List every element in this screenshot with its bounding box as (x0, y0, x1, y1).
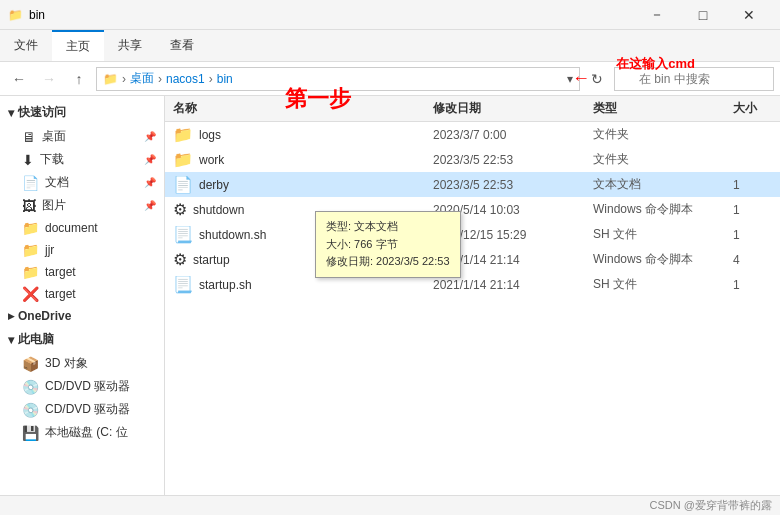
watermark-text: CSDN @爱穿背带裤的露 (650, 498, 772, 513)
table-row[interactable]: 📁 logs 2023/3/7 0:00 文件夹 (165, 122, 780, 147)
table-row[interactable]: 📁 work 2023/3/5 22:53 文件夹 (165, 147, 780, 172)
bat-file-icon: ⚙ (173, 200, 187, 219)
sidebar-item-cdrom1[interactable]: 💿 CD/DVD 驱动器 (0, 375, 164, 398)
up-button[interactable]: ↑ (66, 66, 92, 92)
column-size[interactable]: 大小 (733, 100, 772, 117)
pin-icon: 📌 (144, 154, 156, 165)
file-tooltip: 类型: 文本文档 大小: 766 字节 修改日期: 2023/3/5 22:53 (315, 211, 461, 278)
sidebar-item-label: target (45, 287, 76, 301)
sidebar-item-downloads[interactable]: ⬇ 下载 📌 (0, 148, 164, 171)
sidebar-item-3d-objects[interactable]: 📦 3D 对象 (0, 352, 164, 375)
column-name[interactable]: 名称 (173, 100, 433, 117)
close-button[interactable]: ✕ (726, 0, 772, 30)
file-type: Windows 命令脚本 (593, 201, 733, 218)
folder-icon: 📁 (22, 220, 39, 236)
nav-bar: ← → ↑ 📁 › 桌面 › nacos1 › bin ▾ ↻ 🔍 (0, 62, 780, 96)
tooltip-size: 大小: 766 字节 (326, 236, 450, 254)
file-type: Windows 命令脚本 (593, 251, 733, 268)
cdrom-icon: 💿 (22, 379, 39, 395)
sidebar-item-pictures[interactable]: 🖼 图片 📌 (0, 194, 164, 217)
file-size: 1 (733, 278, 772, 292)
sidebar-item-target2[interactable]: ❌ target (0, 283, 164, 305)
sidebar-item-label: 桌面 (42, 128, 66, 145)
pictures-icon: 🖼 (22, 198, 36, 214)
table-row[interactable]: 📃 shutdown.sh 2010/12/15 15:29 SH 文件 1 (165, 222, 780, 247)
title-bar: 📁 bin － □ ✕ (0, 0, 780, 30)
file-size: 1 (733, 203, 772, 217)
back-button[interactable]: ← (6, 66, 32, 92)
column-date[interactable]: 修改日期 (433, 100, 593, 117)
file-date: 2023/3/5 22:53 (433, 178, 593, 192)
sidebar-section-this-pc[interactable]: ▾ 此电脑 (0, 327, 164, 352)
desktop-icon: 🖥 (22, 129, 36, 145)
sidebar-item-target1[interactable]: 📁 target (0, 261, 164, 283)
sidebar-item-document[interactable]: 📁 document (0, 217, 164, 239)
sidebar-section-quick-access[interactable]: ▾ 快速访问 (0, 100, 164, 125)
sidebar: ▾ 快速访问 🖥 桌面 📌 ⬇ 下载 📌 📄 文档 📌 🖼 图片 � (0, 96, 165, 495)
documents-icon: 📄 (22, 175, 39, 191)
file-name: logs (199, 128, 221, 142)
file-date: 2021/1/14 21:14 (433, 278, 593, 292)
refresh-button[interactable]: ↻ (584, 66, 610, 92)
tab-share[interactable]: 共享 (104, 30, 156, 61)
window-icon: 📁 (8, 8, 23, 22)
table-row[interactable]: 📃 startup.sh 2021/1/14 21:14 SH 文件 1 (165, 272, 780, 297)
sidebar-section-label: OneDrive (18, 309, 71, 323)
file-area: 名称 修改日期 类型 大小 📁 logs 2023/3/7 0:00 文件夹 📁… (165, 96, 780, 495)
3d-objects-icon: 📦 (22, 356, 39, 372)
minimize-button[interactable]: － (634, 0, 680, 30)
file-date: 2023/3/5 22:53 (433, 153, 593, 167)
forward-button[interactable]: → (36, 66, 62, 92)
address-bar[interactable]: 📁 › 桌面 › nacos1 › bin ▾ (96, 67, 580, 91)
search-wrapper: 🔍 (614, 67, 774, 91)
tab-file[interactable]: 文件 (0, 30, 52, 61)
file-name: shutdown.sh (199, 228, 266, 242)
tab-view[interactable]: 查看 (156, 30, 208, 61)
file-name: work (199, 153, 224, 167)
address-dropdown-button[interactable]: ▾ (567, 72, 573, 86)
table-row[interactable]: 📄 derby 2023/3/5 22:53 文本文档 1 (165, 172, 780, 197)
column-type[interactable]: 类型 (593, 100, 733, 117)
breadcrumb-cluster[interactable]: 桌面 (130, 70, 154, 87)
pin-icon: 📌 (144, 131, 156, 142)
bat-file-icon: ⚙ (173, 250, 187, 269)
error-icon: ❌ (22, 286, 39, 302)
breadcrumb-nacos1[interactable]: nacos1 (166, 72, 205, 86)
folder-icon: 📁 (173, 150, 193, 169)
breadcrumb-icon: 📁 (103, 72, 118, 86)
sidebar-section-onedrive[interactable]: ▸ OneDrive (0, 305, 164, 327)
file-date: 2023/3/7 0:00 (433, 128, 593, 142)
txt-file-icon: 📄 (173, 175, 193, 194)
chevron-right-icon: ▸ (8, 309, 14, 323)
search-input[interactable] (614, 67, 774, 91)
sidebar-item-local-disk[interactable]: 💾 本地磁盘 (C: 位 (0, 421, 164, 444)
tab-home[interactable]: 主页 (52, 30, 104, 61)
table-row[interactable]: ⚙ startup 2021/1/14 21:14 Windows 命令脚本 4 (165, 247, 780, 272)
sidebar-item-cdrom2[interactable]: 💿 CD/DVD 驱动器 (0, 398, 164, 421)
sidebar-item-label: CD/DVD 驱动器 (45, 378, 130, 395)
tooltip-type: 类型: 文本文档 (326, 218, 450, 236)
file-type: 文件夹 (593, 126, 733, 143)
sidebar-item-desktop[interactable]: 🖥 桌面 📌 (0, 125, 164, 148)
window-title: bin (29, 8, 45, 22)
sidebar-item-jjr[interactable]: 📁 jjr (0, 239, 164, 261)
file-type: SH 文件 (593, 226, 733, 243)
breadcrumb-bin[interactable]: bin (217, 72, 233, 86)
folder-icon: 📁 (22, 264, 39, 280)
sidebar-item-documents[interactable]: 📄 文档 📌 (0, 171, 164, 194)
file-size: 1 (733, 178, 772, 192)
sidebar-item-label: document (45, 221, 98, 235)
status-bar: CSDN @爱穿背带裤的露 (0, 495, 780, 515)
chevron-down-icon: ▾ (8, 333, 14, 347)
file-name: startup (193, 253, 230, 267)
table-row[interactable]: ⚙ shutdown 2020/5/14 10:03 Windows 命令脚本 … (165, 197, 780, 222)
maximize-button[interactable]: □ (680, 0, 726, 30)
sh-file-icon: 📃 (173, 275, 193, 294)
file-type: 文件夹 (593, 151, 733, 168)
pin-icon: 📌 (144, 177, 156, 188)
sidebar-section-label: 快速访问 (18, 104, 66, 121)
sidebar-item-label: target (45, 265, 76, 279)
sidebar-section-label: 此电脑 (18, 331, 54, 348)
file-name: startup.sh (199, 278, 252, 292)
sidebar-item-label: 图片 (42, 197, 66, 214)
